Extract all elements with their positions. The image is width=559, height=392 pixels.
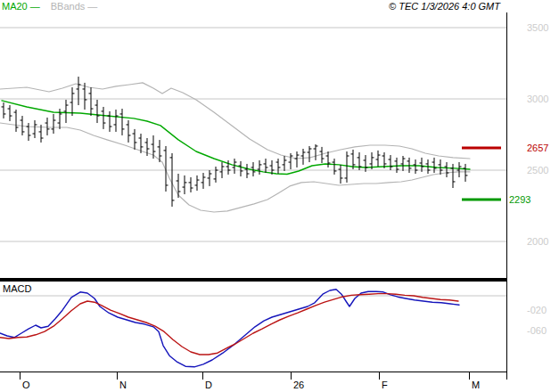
svg-text:26: 26 bbox=[293, 380, 304, 390]
chart-frame bbox=[0, 12, 507, 380]
bollinger-upper-line bbox=[0, 83, 470, 159]
svg-text:-060: -060 bbox=[527, 325, 547, 336]
support-level-line: 2293 bbox=[462, 194, 530, 205]
svg-text:O: O bbox=[22, 380, 30, 390]
ma20-legend-label: MA20 bbox=[2, 1, 28, 12]
svg-text:2000: 2000 bbox=[527, 236, 548, 247]
svg-text:2657: 2657 bbox=[527, 143, 548, 153]
indicator-legend: MA20—BBands— bbox=[2, 1, 97, 12]
macd-signal-line bbox=[0, 294, 458, 355]
svg-text:2500: 2500 bbox=[527, 165, 548, 176]
svg-text:N: N bbox=[119, 380, 127, 390]
svg-text:-020: -020 bbox=[527, 305, 547, 315]
chart-canvas: 350030002500200026572293-020-060OND26FM bbox=[0, 0, 559, 392]
price-bars bbox=[2, 77, 468, 207]
svg-text:2293: 2293 bbox=[509, 194, 530, 205]
svg-text:3000: 3000 bbox=[527, 94, 548, 104]
resistance-level-line: 2657 bbox=[462, 143, 548, 153]
svg-text:3500: 3500 bbox=[527, 22, 548, 33]
svg-text:F: F bbox=[382, 380, 388, 390]
bbands-legend-label: BBands bbox=[51, 1, 86, 12]
stock-chart-window: 350030002500200026572293-020-060OND26FM … bbox=[0, 0, 559, 392]
macd-line bbox=[0, 290, 459, 367]
macd-panel-label: MACD bbox=[3, 283, 31, 294]
copyright-text: © TEC 1/3/2026 4:0 GMT bbox=[389, 1, 500, 12]
price-gridlines: 3500300025002000 bbox=[0, 22, 548, 247]
svg-text:D: D bbox=[205, 380, 212, 390]
macd-zero-line: -020-060 bbox=[0, 296, 547, 336]
x-axis-ticks: OND26FM bbox=[21, 372, 481, 390]
bbands-legend-line-swatch: — bbox=[87, 1, 97, 12]
ma20-legend-line-swatch: — bbox=[30, 1, 40, 12]
svg-text:M: M bbox=[472, 380, 480, 390]
